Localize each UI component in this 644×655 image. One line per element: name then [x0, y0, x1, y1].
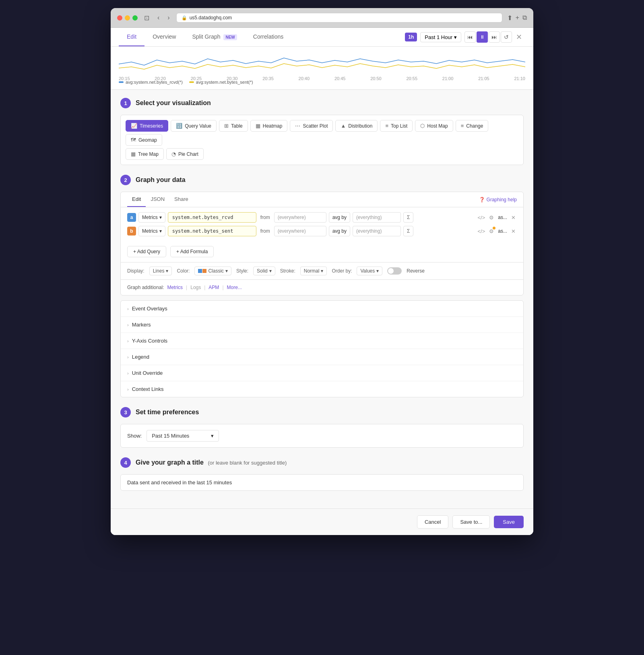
color-select[interactable]: Classic ▾ [194, 267, 231, 275]
browser-window: ⊡ ‹ › 🔒 us5.datadoghq.com ⬆ + ⧉ Edit Ove… [111, 8, 533, 535]
back-button[interactable]: ‹ [156, 13, 161, 22]
graph-additional-metrics[interactable]: Metrics [167, 285, 183, 290]
display-type-select[interactable]: Lines ▾ [149, 267, 172, 275]
save-to-button[interactable]: Save to... [452, 515, 490, 529]
viz-heatmap[interactable]: ▦ Heatmap [250, 120, 288, 132]
viz-geomap[interactable]: 🗺 Geomap [126, 134, 162, 146]
pause-button[interactable]: ⏸ [477, 31, 488, 43]
tab-split-graph[interactable]: Split Graph NEW [184, 28, 245, 46]
refresh-button[interactable]: ↺ [501, 31, 512, 43]
close-traffic-light[interactable] [117, 15, 122, 21]
query-groupby-a[interactable]: (everything) [353, 212, 401, 223]
query-metric-b[interactable]: system.net.bytes_sent [168, 226, 256, 236]
viz-change[interactable]: ≡ Change [456, 120, 489, 132]
collapsible-context-links[interactable]: › Context Links [121, 381, 523, 397]
forward-button[interactable]: › [166, 13, 171, 22]
viz-tree-map[interactable]: ▦ Tree Map [126, 148, 164, 160]
sidebar-toggle-icon[interactable]: ⊡ [142, 13, 151, 23]
display-label: Display: [127, 268, 144, 274]
modal-close-button[interactable]: ✕ [513, 31, 525, 43]
query-filter-a[interactable]: (everywhere) [274, 212, 326, 223]
viz-host-map[interactable]: ⬡ Host Map [415, 120, 453, 132]
legend-color-sent [189, 81, 194, 83]
query-tab-edit[interactable]: Edit [127, 192, 146, 207]
chart-time-labels: 20:15 20:20 20:25 20:30 20:35 20:40 20:4… [119, 76, 525, 81]
code-icon-b[interactable]: </> [477, 227, 487, 236]
viz-pie-chart[interactable]: ◔ Pie Chart [166, 148, 204, 160]
graphing-help-link[interactable]: ❓ Graphing help [479, 197, 517, 202]
viz-top-list[interactable]: ≡ Top List [380, 120, 413, 132]
remove-query-b[interactable]: ✕ [510, 227, 517, 236]
query-sigma-b[interactable]: Σ [403, 226, 413, 236]
query-groupby-b[interactable]: (everything) [353, 226, 401, 236]
viz-scatter[interactable]: ⋯ Scatter Plot [290, 120, 333, 132]
collapsible-y-axis[interactable]: › Y-Axis Controls [121, 333, 523, 349]
traffic-lights [117, 15, 138, 21]
tab-overview[interactable]: Overview [144, 28, 184, 46]
section3-title: Set time preferences [136, 409, 199, 416]
reverse-toggle[interactable] [387, 267, 402, 275]
chevron-display-icon: ▾ [166, 268, 168, 274]
viz-query-value[interactable]: 🔢 Query Value [171, 120, 217, 132]
viz-timeseries[interactable]: 📈 Timeseries [126, 120, 168, 132]
code-icon-a[interactable]: </> [477, 213, 487, 222]
fast-forward-button[interactable]: ⏭ [489, 31, 500, 43]
fullscreen-traffic-light[interactable] [132, 15, 138, 21]
section-graph-title: 4 Give your graph a title (or leave blan… [120, 457, 524, 491]
query-metric-a[interactable]: system.net.bytes_rcvd [168, 212, 256, 223]
rewind-button[interactable]: ⏮ [464, 31, 476, 43]
viz-grid: 📈 Timeseries 🔢 Query Value ⊞ Table ▦ Hea… [120, 115, 524, 165]
collapsible-event-overlays[interactable]: › Event Overlays [121, 301, 523, 317]
graph-additional-apm[interactable]: APM [208, 285, 219, 290]
graph-additional-more[interactable]: More... [227, 285, 242, 290]
query-source-a[interactable]: Metrics ▾ [138, 212, 165, 223]
as-button-a[interactable]: as... [497, 213, 508, 221]
query-filter-b[interactable]: (everywhere) [274, 226, 326, 236]
chevron-context-links-icon: › [127, 387, 129, 392]
query-avgby-b: avg by [329, 226, 350, 236]
collapsible-legend[interactable]: › Legend [121, 349, 523, 365]
query-rows: a Metrics ▾ system.net.bytes_rcvd from (… [121, 207, 523, 244]
query-tab-json[interactable]: JSON [146, 192, 169, 207]
style-select[interactable]: Solid ▾ [253, 267, 275, 275]
new-tab-icon[interactable]: + [516, 14, 519, 22]
time-badge[interactable]: 1h [405, 33, 417, 41]
tabs-icon[interactable]: ⧉ [522, 14, 527, 22]
address-bar[interactable]: 🔒 us5.datadoghq.com [176, 13, 502, 23]
chevron-time-icon: ▾ [211, 433, 214, 439]
tab-edit[interactable]: Edit [119, 28, 144, 46]
graph-additional-row: Graph additional: Metrics | Logs | APM |… [121, 279, 523, 295]
viz-distribution[interactable]: ▲ Distribution [335, 120, 378, 132]
stroke-select[interactable]: Normal ▾ [300, 267, 327, 275]
time-dropdown[interactable]: Past 1 Hour ▾ [420, 32, 461, 42]
add-query-button[interactable]: + Add Query [127, 246, 166, 257]
settings-icon-a[interactable]: ⚙ [488, 213, 495, 222]
collapsible-unit-override[interactable]: › Unit Override [121, 365, 523, 381]
separator-3: | [222, 285, 223, 290]
chart-wrapper: 20:15 20:20 20:25 20:30 20:35 20:40 20:4… [119, 50, 525, 78]
modal-header-right: 1h Past 1 Hour ▾ ⏮ ⏸ ⏭ ↺ ✕ [405, 31, 525, 43]
tab-correlations[interactable]: Correlations [245, 28, 291, 46]
chevron-source-b-icon: ▾ [159, 228, 162, 234]
time-show-select[interactable]: Past 15 Minutes ▾ [147, 430, 219, 442]
query-source-b[interactable]: Metrics ▾ [138, 226, 165, 236]
as-button-b[interactable]: as... [497, 227, 508, 235]
query-tab-share[interactable]: Share [169, 192, 193, 207]
tree-map-icon: ▦ [131, 151, 136, 157]
viz-table[interactable]: ⊞ Table [219, 120, 248, 132]
order-select[interactable]: Values ▾ [357, 267, 382, 275]
cancel-button[interactable]: Cancel [417, 515, 448, 529]
scatter-icon: ⋯ [295, 123, 300, 129]
save-button[interactable]: Save [494, 516, 524, 528]
timeseries-icon: 📈 [131, 123, 137, 129]
geomap-icon: 🗺 [131, 137, 136, 143]
add-formula-button[interactable]: + Add Formula [170, 246, 214, 257]
browser-toolbar-actions: ⬆ + ⧉ [507, 14, 527, 22]
graph-title-input[interactable] [121, 475, 523, 490]
share-icon[interactable]: ⬆ [507, 14, 512, 22]
remove-query-a[interactable]: ✕ [510, 213, 517, 222]
minimize-traffic-light[interactable] [125, 15, 130, 21]
collapsible-markers-label: Markers [132, 322, 151, 328]
collapsible-markers[interactable]: › Markers [121, 317, 523, 333]
query-sigma-a[interactable]: Σ [403, 212, 413, 223]
